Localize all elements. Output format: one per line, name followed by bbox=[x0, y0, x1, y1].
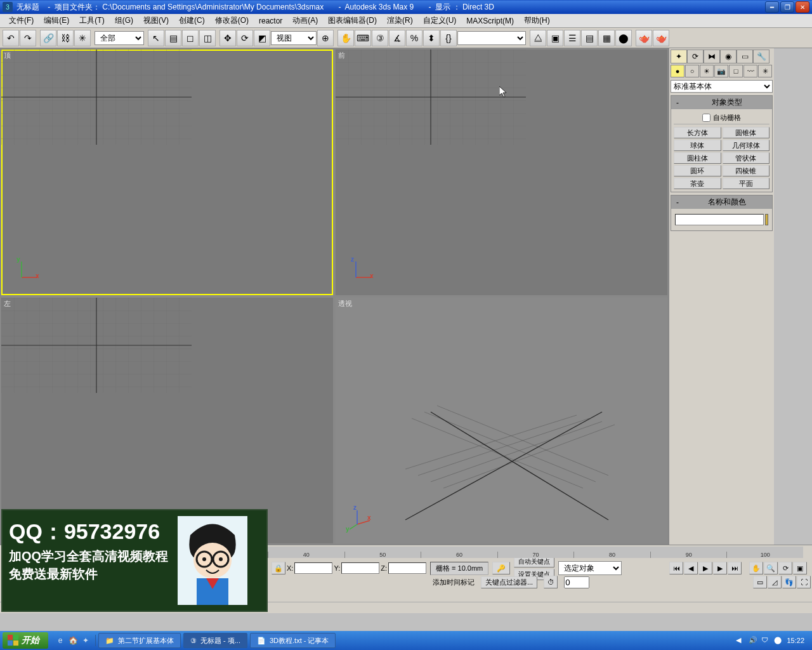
object-name-input[interactable] bbox=[675, 214, 764, 225]
unlink-button[interactable]: ⛓ bbox=[57, 30, 74, 46]
nav-zoom-button[interactable]: 🔍 bbox=[764, 562, 778, 574]
nav-fov-button[interactable]: ◿ bbox=[768, 576, 782, 588]
rollout-header-name-color[interactable]: -名称和颜色 bbox=[671, 196, 772, 209]
goto-start-button[interactable]: ⏮ bbox=[669, 562, 683, 574]
x-input[interactable] bbox=[294, 562, 332, 574]
tray-icon-3[interactable]: 🛡 bbox=[761, 636, 770, 645]
nav-min-max-button[interactable]: ⛶ bbox=[797, 576, 811, 588]
key-target-combo[interactable]: 选定对象 bbox=[558, 561, 622, 575]
subtab-geometry[interactable]: ● bbox=[671, 65, 684, 77]
render-scene-button[interactable]: 🫖 bbox=[636, 30, 652, 46]
select-region-button[interactable]: ◻ bbox=[182, 30, 199, 46]
scale-button[interactable]: ◩ bbox=[254, 30, 270, 46]
goto-end-button[interactable]: ⏭ bbox=[728, 562, 742, 574]
tray-icon-2[interactable]: 🔊 bbox=[749, 636, 757, 645]
subtab-lights[interactable]: ☀ bbox=[700, 65, 714, 77]
lock-selection-button[interactable]: 🔒 bbox=[272, 562, 285, 574]
tab-modify[interactable]: ⟳ bbox=[687, 50, 704, 63]
quick-render-button[interactable]: 🫖 bbox=[653, 30, 669, 46]
menu-customize[interactable]: 自定义(U) bbox=[418, 13, 462, 28]
menu-graph[interactable]: 图表编辑器(D) bbox=[323, 13, 382, 28]
ql-desktop-icon[interactable]: 🏠 bbox=[67, 635, 79, 646]
percent-snap-button[interactable]: % bbox=[406, 30, 422, 46]
viewport-perspective[interactable]: 透视 xyz bbox=[336, 298, 667, 543]
btn-cylinder[interactable]: 圆柱体 bbox=[674, 152, 721, 164]
key-filter-button[interactable]: 关键点过滤器... bbox=[481, 576, 537, 588]
named-selection-combo[interactable] bbox=[457, 31, 526, 45]
move-button[interactable]: ✥ bbox=[219, 30, 236, 46]
category-dropdown[interactable]: 标准基本体 bbox=[671, 80, 773, 93]
tray-icon-4[interactable]: ⬤ bbox=[774, 636, 783, 645]
auto-grid-checkbox[interactable] bbox=[702, 114, 710, 122]
menu-views[interactable]: 视图(V) bbox=[138, 13, 174, 28]
select-by-name-button[interactable]: ▤ bbox=[165, 30, 181, 46]
tab-utilities[interactable]: 🔧 bbox=[753, 50, 769, 63]
viewport-top[interactable]: 顶 xy bbox=[1, 50, 333, 295]
subtab-systems[interactable]: ✳ bbox=[758, 65, 772, 77]
subtab-shapes[interactable]: ○ bbox=[685, 65, 699, 77]
redo-button[interactable]: ↷ bbox=[20, 30, 36, 46]
add-time-tag[interactable]: 添加时间标记 bbox=[433, 578, 475, 587]
menu-file[interactable]: 文件(F) bbox=[4, 13, 39, 28]
subtab-helpers[interactable]: □ bbox=[729, 65, 743, 77]
select-button[interactable]: ↖ bbox=[148, 30, 164, 46]
btn-box[interactable]: 长方体 bbox=[674, 127, 721, 138]
object-color-swatch[interactable] bbox=[765, 214, 768, 225]
menu-tools[interactable]: 工具(T) bbox=[74, 13, 109, 28]
ql-explorer-icon[interactable]: ✦ bbox=[80, 635, 91, 646]
prev-frame-button[interactable]: ◀ bbox=[684, 562, 698, 574]
spinner-snap-button[interactable]: ⬍ bbox=[423, 30, 440, 46]
maximize-button[interactable]: ❐ bbox=[780, 1, 794, 13]
menu-help[interactable]: 帮助(H) bbox=[519, 13, 555, 28]
ref-coord-combo[interactable]: 视图 bbox=[271, 31, 317, 45]
task-notepad[interactable]: 📄 3D教程.txt - 记事本 bbox=[250, 633, 336, 648]
btn-teapot[interactable]: 茶壶 bbox=[674, 178, 721, 189]
subtab-cameras[interactable]: 📷 bbox=[714, 65, 728, 77]
start-button[interactable]: 开始 bbox=[3, 632, 48, 649]
align-button[interactable]: ▣ bbox=[547, 30, 563, 46]
bind-spacewarp-button[interactable]: ✳ bbox=[74, 30, 91, 46]
tab-hierarchy[interactable]: ⧓ bbox=[704, 50, 720, 63]
btn-sphere[interactable]: 球体 bbox=[674, 140, 721, 151]
layer-manager-button[interactable]: ☰ bbox=[564, 30, 580, 46]
rollout-header-object-type[interactable]: -对象类型 bbox=[671, 96, 772, 109]
tab-motion[interactable]: ◉ bbox=[720, 50, 737, 63]
tray-icon-1[interactable]: ◀ bbox=[736, 636, 745, 645]
viewport-left[interactable]: 左 bbox=[1, 298, 333, 543]
task-folder[interactable]: 📁 第二节扩展基本体 bbox=[98, 633, 181, 648]
time-config-button[interactable]: ⏱ bbox=[544, 576, 558, 588]
btn-tube[interactable]: 管状体 bbox=[723, 152, 770, 164]
btn-cone[interactable]: 圆锥体 bbox=[723, 127, 770, 138]
snap-toggle-button[interactable]: ③ bbox=[372, 30, 388, 46]
play-button[interactable]: ▶ bbox=[698, 562, 712, 574]
menu-reactor[interactable]: reactor bbox=[254, 15, 287, 27]
nav-walk-button[interactable]: 👣 bbox=[782, 576, 796, 588]
keyboard-shortcut-button[interactable]: ⌨ bbox=[355, 30, 371, 46]
frame-input[interactable] bbox=[564, 576, 589, 588]
tab-display[interactable]: ▭ bbox=[737, 50, 753, 63]
undo-button[interactable]: ↶ bbox=[3, 30, 19, 46]
nav-max-button[interactable]: ▣ bbox=[793, 562, 807, 574]
menu-group[interactable]: 组(G) bbox=[110, 13, 138, 28]
btn-torus[interactable]: 圆环 bbox=[674, 165, 721, 176]
z-input[interactable] bbox=[388, 562, 426, 574]
material-editor-button[interactable]: ⬤ bbox=[615, 30, 632, 46]
schematic-view-button[interactable]: ▦ bbox=[598, 30, 615, 46]
task-3dsmax[interactable]: ③ 无标题 - 项... bbox=[183, 633, 247, 648]
close-button[interactable]: ✕ bbox=[796, 1, 809, 13]
menu-render[interactable]: 渲染(R) bbox=[382, 13, 418, 28]
manipulate-button[interactable]: ✋ bbox=[337, 30, 354, 46]
menu-modifiers[interactable]: 修改器(O) bbox=[210, 13, 254, 28]
menu-maxscript[interactable]: MAXScript(M) bbox=[461, 15, 519, 27]
menu-create[interactable]: 创建(C) bbox=[174, 13, 210, 28]
time-ruler[interactable]: 40 50 60 70 80 90 100 bbox=[268, 547, 803, 558]
ql-ie-icon[interactable]: e bbox=[55, 635, 66, 646]
key-mode-button[interactable]: 🔑 bbox=[492, 562, 510, 574]
tray-clock[interactable]: 15:22 bbox=[787, 637, 804, 644]
menu-animation[interactable]: 动画(A) bbox=[287, 13, 323, 28]
subtab-spacewarps[interactable]: 〰 bbox=[743, 65, 757, 77]
viewport-front[interactable]: 前 xz bbox=[336, 50, 667, 295]
next-frame-button[interactable]: ▶ bbox=[713, 562, 727, 574]
nav-orbit-button[interactable]: ⟳ bbox=[778, 562, 792, 574]
window-crossing-button[interactable]: ◫ bbox=[199, 30, 216, 46]
